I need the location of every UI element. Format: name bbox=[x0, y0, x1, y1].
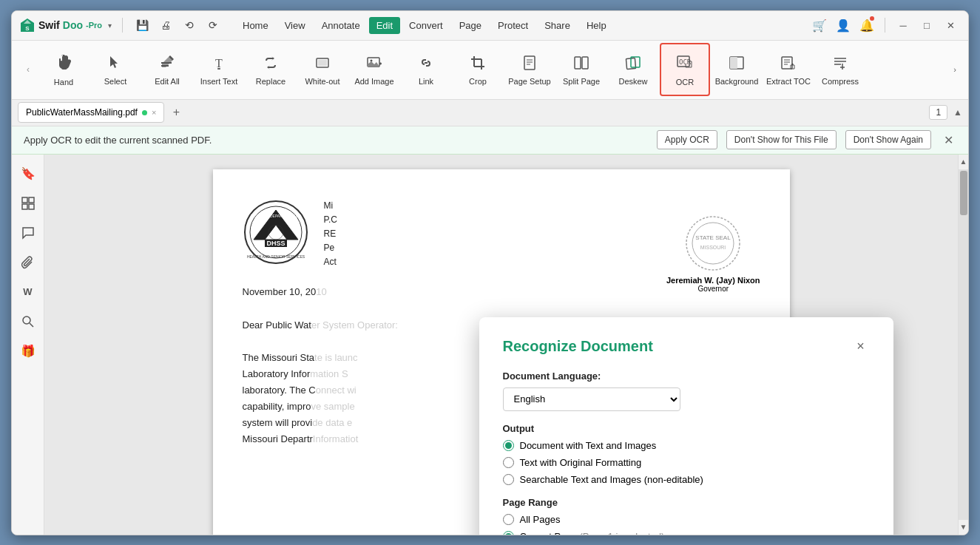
dhss-logo: DHSS MISSOURI DEPARTMENT OF HEALTH AND S… bbox=[243, 199, 309, 270]
range-current-page-radio[interactable] bbox=[503, 531, 514, 535]
toolbar-select[interactable]: Select bbox=[90, 43, 141, 96]
toolbar-page-setup[interactable]: Page Setup bbox=[504, 43, 555, 96]
output-doc-images-label: Document with Text and Images bbox=[520, 440, 657, 451]
replace-label: Replace bbox=[256, 77, 285, 86]
undo-icon[interactable]: ⟲ bbox=[180, 16, 198, 34]
sidebar-bookmark-icon[interactable]: 🔖 bbox=[16, 162, 40, 186]
sidebar-gift-icon[interactable]: 🎁 bbox=[16, 339, 40, 363]
nav-annotate[interactable]: Annotate bbox=[314, 17, 368, 34]
sidebar-w-icon[interactable]: W bbox=[16, 280, 40, 304]
sidebar-search-icon[interactable] bbox=[16, 310, 40, 334]
toolbar-more-btn[interactable]: › bbox=[947, 41, 962, 99]
svg-point-56 bbox=[692, 223, 734, 264]
dont-show-file-btn[interactable]: Don't Show for This File bbox=[726, 130, 837, 149]
nav-page[interactable]: Page bbox=[452, 17, 489, 34]
maximize-button[interactable]: □ bbox=[916, 15, 937, 35]
output-radio-group: Document with Text and Images Text with … bbox=[503, 440, 870, 485]
scroll-thumb[interactable] bbox=[960, 171, 967, 215]
cart-icon[interactable]: 🛒 bbox=[809, 15, 830, 35]
nav-home[interactable]: Home bbox=[235, 17, 276, 34]
white-out-icon bbox=[314, 55, 331, 74]
toolbar-prev-btn[interactable]: ‹ bbox=[21, 47, 36, 92]
svg-rect-40 bbox=[22, 197, 27, 203]
dialog-title: Recognize Document bbox=[503, 338, 653, 355]
minimize-button[interactable]: ─ bbox=[893, 15, 913, 35]
dialog-close-btn[interactable]: × bbox=[852, 338, 870, 356]
svg-rect-42 bbox=[22, 204, 27, 209]
page-range-section: Page Range All Pages Current Page (Page … bbox=[503, 497, 870, 535]
apply-ocr-btn[interactable]: Apply OCR bbox=[657, 130, 717, 149]
sidebar-grid-icon[interactable] bbox=[16, 192, 40, 215]
toolbar-extract-toc[interactable]: Extract TOC bbox=[763, 43, 814, 96]
scroll-track[interactable] bbox=[959, 169, 968, 520]
toolbar-ocr[interactable]: OCR OCR bbox=[660, 43, 710, 96]
ocr-icon: OCR bbox=[676, 54, 694, 75]
crop-icon bbox=[470, 55, 486, 74]
nav-view[interactable]: View bbox=[277, 17, 313, 34]
scroll-up-btn[interactable]: ▲ bbox=[959, 155, 968, 169]
ocr-banner-text: Apply OCR to edit the current scanned PD… bbox=[24, 135, 648, 146]
right-scrollbar[interactable]: ▲ ▼ bbox=[958, 155, 968, 535]
nav-help[interactable]: Help bbox=[579, 17, 614, 34]
toolbar-split-page[interactable]: Split Page bbox=[556, 43, 606, 96]
title-bar-right: 🛒 👤 🔔 ─ □ ✕ bbox=[809, 15, 961, 35]
bell-icon[interactable]: 🔔 bbox=[856, 15, 877, 35]
win-divider bbox=[885, 18, 885, 33]
redo-icon[interactable]: ⟳ bbox=[204, 16, 222, 34]
new-tab-btn[interactable]: + bbox=[167, 104, 185, 121]
save-icon[interactable]: 💾 bbox=[133, 16, 151, 34]
pdf-addr2: RE bbox=[324, 227, 337, 241]
close-button[interactable]: ✕ bbox=[940, 15, 961, 35]
pdf-action: Act bbox=[324, 255, 337, 269]
scroll-down-btn[interactable]: ▼ bbox=[959, 520, 968, 535]
toolbar-deskew[interactable]: Deskew bbox=[608, 43, 658, 96]
output-doc-images[interactable]: Document with Text and Images bbox=[503, 440, 870, 451]
nav-convert[interactable]: Convert bbox=[402, 17, 450, 34]
svg-rect-30 bbox=[730, 57, 737, 69]
tab-bar-up-btn[interactable]: ▲ bbox=[953, 107, 962, 118]
toolbar-compress[interactable]: Compress bbox=[815, 43, 865, 96]
nav-protect[interactable]: Protect bbox=[490, 17, 535, 34]
output-doc-images-radio[interactable] bbox=[503, 440, 514, 451]
toolbar-replace[interactable]: Replace bbox=[246, 43, 296, 96]
toolbar-add-image[interactable]: Add Image bbox=[349, 43, 399, 96]
toolbar-white-out[interactable]: White-out bbox=[297, 43, 348, 96]
output-searchable[interactable]: Searchable Text and Images (non-editable… bbox=[503, 474, 870, 485]
range-all-pages-radio[interactable] bbox=[503, 514, 514, 525]
user-icon[interactable]: 👤 bbox=[833, 15, 854, 35]
svg-rect-41 bbox=[29, 197, 34, 203]
tab-close-btn[interactable]: × bbox=[152, 108, 156, 117]
output-searchable-radio[interactable] bbox=[503, 474, 514, 485]
sidebar-comment-icon[interactable] bbox=[16, 221, 40, 245]
file-tab[interactable]: PublicWaterMassMailing.pdf × bbox=[18, 102, 164, 123]
ocr-banner-close-btn[interactable]: ✕ bbox=[940, 132, 956, 148]
page-setup-icon bbox=[521, 55, 538, 74]
output-text-format[interactable]: Text with Original Formatting bbox=[503, 457, 870, 468]
range-current-page[interactable]: Current Page (Page 1 is selected) bbox=[503, 531, 870, 535]
range-all-pages-label: All Pages bbox=[520, 514, 561, 525]
tab-bar: PublicWaterMassMailing.pdf × + 1 ▲ bbox=[12, 100, 968, 126]
pdf-page: DHSS MISSOURI DEPARTMENT OF HEALTH AND S… bbox=[213, 169, 790, 535]
toolbar-background[interactable]: Background bbox=[712, 43, 762, 96]
sidebar-paperclip-icon[interactable] bbox=[16, 251, 40, 274]
app-name-pro: -Pro bbox=[86, 21, 102, 30]
nav-share[interactable]: Share bbox=[537, 17, 578, 34]
nav-edit[interactable]: Edit bbox=[369, 17, 400, 34]
pdf-area[interactable]: DHSS MISSOURI DEPARTMENT OF HEALTH AND S… bbox=[44, 155, 958, 535]
toolbar-crop[interactable]: Crop bbox=[453, 43, 503, 96]
output-label: Output bbox=[503, 423, 870, 434]
svg-text:STATE SEAL: STATE SEAL bbox=[696, 234, 731, 241]
crop-label: Crop bbox=[469, 77, 487, 86]
toolbar-edit-all[interactable]: Edit All bbox=[142, 43, 192, 96]
dont-show-again-btn[interactable]: Don't Show Again bbox=[845, 130, 931, 149]
toolbar-hand[interactable]: Hand bbox=[38, 43, 89, 96]
output-text-format-radio[interactable] bbox=[503, 457, 514, 468]
dropdown-arrow-icon[interactable]: ▾ bbox=[108, 21, 112, 30]
pdf-org: Mi bbox=[324, 199, 337, 213]
print-icon[interactable]: 🖨 bbox=[157, 16, 175, 34]
svg-text:DHSS: DHSS bbox=[266, 240, 285, 247]
range-all-pages[interactable]: All Pages bbox=[503, 514, 870, 525]
toolbar-link[interactable]: Link bbox=[401, 43, 451, 96]
language-select[interactable]: English French German Spanish bbox=[503, 387, 680, 411]
toolbar-insert-text[interactable]: T Insert Text bbox=[194, 43, 244, 96]
